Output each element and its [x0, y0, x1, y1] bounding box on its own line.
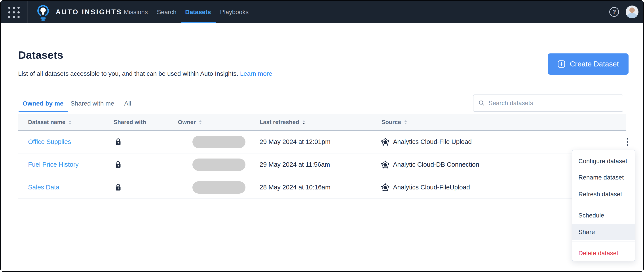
lock-icon — [115, 161, 122, 169]
last-refreshed-value: 28 May 2024 at 10:16am — [260, 184, 330, 191]
menu-item-schedule[interactable]: Schedule — [572, 207, 635, 224]
tab-owned-by-me[interactable]: Owned by me — [22, 98, 64, 108]
search-icon — [478, 100, 485, 106]
help-icon[interactable]: ? — [609, 7, 619, 17]
subtitle-text: List of all datasets accessible to you, … — [18, 70, 238, 77]
dataset-link[interactable]: Office Supplies — [28, 138, 71, 146]
source-value: Analytics Cloud-FileUpload — [393, 184, 470, 191]
dataset-name-cell: Office Supplies — [28, 131, 71, 153]
table-row: Fuel Price History 29 May 2024 at 11:56a… — [18, 153, 626, 176]
owner-redacted-pill — [192, 136, 246, 148]
dataset-context-menu: Configure dataset Rename dataset Refresh… — [572, 150, 636, 261]
avatar-shoulders — [627, 13, 637, 18]
tab-all[interactable]: All — [124, 98, 131, 108]
dataset-link[interactable]: Fuel Price History — [28, 161, 79, 168]
lightbulb-logo-icon[interactable] — [36, 4, 50, 21]
column-label: Source — [382, 119, 401, 126]
column-label: Owner — [178, 119, 196, 126]
table-row: Office Supplies 29 May 2024 at 12:01pm A… — [18, 131, 626, 153]
dataset-link[interactable]: Sales Data — [28, 184, 60, 191]
row-actions-kebab-icon[interactable] — [625, 136, 630, 147]
column-header-source[interactable]: Source — [382, 114, 407, 131]
menu-item-share[interactable]: Share — [572, 224, 635, 240]
shared-with-cell — [115, 153, 122, 176]
nav-divider — [27, 1, 28, 23]
main-content: Datasets List of all datasets accessible… — [1, 23, 643, 271]
last-refreshed-value: 29 May 2024 at 12:01pm — [260, 138, 330, 146]
sort-icon — [68, 120, 72, 125]
brand-title: AUTO INSIGHTS — [56, 1, 122, 23]
active-tab-underline — [18, 111, 68, 112]
column-label: Shared with — [114, 119, 146, 126]
nav-item-playbooks[interactable]: Playbooks — [220, 1, 248, 23]
source-value: Analytics Cloud-File Upload — [393, 138, 472, 146]
column-header-owner[interactable]: Owner — [178, 114, 202, 131]
page-title: Datasets — [18, 49, 63, 61]
analytics-cloud-icon — [381, 183, 390, 192]
nav-item-search[interactable]: Search — [157, 1, 176, 23]
plus-square-icon — [558, 60, 565, 68]
column-header-last-refreshed[interactable]: Last refreshed — [260, 114, 305, 131]
sort-icon — [404, 120, 407, 125]
search-datasets-input[interactable] — [488, 99, 618, 107]
learn-more-link[interactable]: Learn more — [240, 70, 272, 77]
lock-icon — [115, 183, 122, 192]
column-label: Dataset name — [28, 119, 66, 126]
column-header-shared-with: Shared with — [114, 114, 146, 131]
lock-icon — [115, 138, 122, 146]
menu-item-configure-dataset[interactable]: Configure dataset — [572, 153, 635, 169]
last-refreshed-cell: 28 May 2024 at 10:16am — [260, 176, 330, 199]
nav-item-missions[interactable]: Missions — [124, 1, 148, 23]
last-refreshed-value: 29 May 2024 at 11:56am — [260, 161, 330, 168]
menu-divider — [572, 205, 635, 205]
owner-redacted-pill — [192, 159, 246, 171]
menu-item-delete-dataset[interactable]: Delete dataset — [572, 245, 635, 262]
menu-divider — [572, 242, 635, 242]
app-window: AUTO INSIGHTS Missions Search Datasets P… — [0, 0, 644, 272]
table-header-row: Dataset name Shared with Owner Last refr… — [18, 114, 626, 131]
last-refreshed-cell: 29 May 2024 at 12:01pm — [260, 131, 330, 153]
source-cell: Analytics Cloud-FileUpload — [381, 176, 470, 199]
app-grid-icon[interactable] — [8, 7, 20, 18]
page-subtitle: List of all datasets accessible to you, … — [18, 70, 272, 77]
analytics-cloud-icon — [381, 138, 390, 146]
top-nav: AUTO INSIGHTS Missions Search Datasets P… — [1, 1, 643, 23]
create-dataset-label: Create Dataset — [570, 60, 619, 68]
user-avatar[interactable] — [626, 5, 638, 18]
last-refreshed-cell: 29 May 2024 at 11:56am — [260, 153, 330, 176]
tab-shared-with-me[interactable]: Shared with me — [70, 98, 114, 108]
sort-icon-desc-active — [302, 120, 305, 125]
table-row: Sales Data 28 May 2024 at 10:16am Analyt… — [18, 176, 626, 199]
sort-icon — [199, 120, 202, 125]
column-header-dataset-name[interactable]: Dataset name — [28, 114, 72, 131]
menu-item-rename-dataset[interactable]: Rename dataset — [572, 169, 635, 186]
dataset-name-cell: Sales Data — [28, 176, 60, 199]
menu-item-refresh-dataset[interactable]: Refresh dataset — [572, 186, 635, 203]
search-datasets-box — [473, 94, 623, 112]
tabbar-border — [18, 112, 626, 112]
source-cell: Analytic Cloud-DB Connection — [381, 153, 479, 176]
source-value: Analytic Cloud-DB Connection — [393, 161, 479, 168]
avatar-head — [630, 7, 635, 13]
column-label: Last refreshed — [260, 119, 299, 126]
source-cell: Analytics Cloud-File Upload — [381, 131, 472, 153]
create-dataset-button[interactable]: Create Dataset — [548, 53, 628, 75]
shared-with-cell — [115, 131, 122, 153]
analytics-cloud-icon — [381, 161, 390, 169]
shared-with-cell — [115, 176, 122, 199]
owner-redacted-pill — [192, 181, 246, 194]
nav-item-datasets[interactable]: Datasets — [185, 1, 211, 23]
dataset-name-cell: Fuel Price History — [28, 153, 79, 176]
